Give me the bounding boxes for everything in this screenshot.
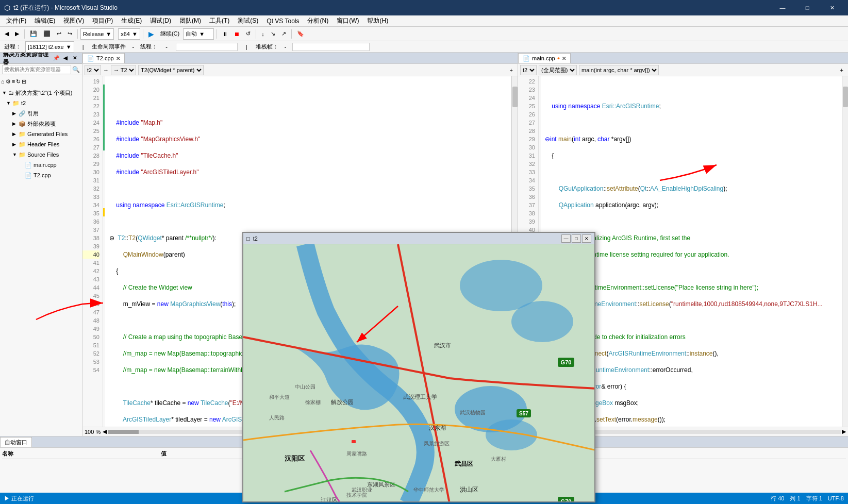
maximize-button[interactable]: □ bbox=[795, 0, 819, 15]
expand-editor-btn[interactable]: + bbox=[507, 64, 516, 76]
tab-main-cpp[interactable]: 📄 main.cpp ● ✕ bbox=[518, 53, 571, 63]
tree-main-cpp[interactable]: 📄 main.cpp bbox=[0, 160, 82, 170]
svg-text:华中师范大学: 华中师范大学 bbox=[413, 487, 444, 493]
toolbar-forward[interactable]: ▶ bbox=[12, 28, 22, 40]
tree-generated-files[interactable]: ▶ 📁 Generated Files bbox=[0, 129, 82, 139]
close-button[interactable]: ✕ bbox=[820, 0, 844, 15]
menu-debug[interactable]: 调试(D) bbox=[146, 15, 175, 26]
tree-toolbar-icon1[interactable]: ⌂ bbox=[1, 78, 5, 85]
map-minimize-btn[interactable]: — bbox=[561, 234, 571, 243]
toolbar-redo[interactable]: ↪ bbox=[65, 28, 75, 40]
tree-t2-cpp[interactable]: 📄 T2.cpp bbox=[0, 170, 82, 180]
tree-external-deps[interactable]: ▶ 📦 外部依赖项 bbox=[0, 119, 82, 129]
solution-search-input[interactable] bbox=[2, 65, 71, 74]
toolbar-save-all[interactable]: ⬛ bbox=[41, 28, 53, 40]
expand-icon: ▶ bbox=[12, 142, 19, 147]
menu-qt[interactable]: Qt VS Tools bbox=[262, 16, 303, 26]
tree-references[interactable]: ▶ 🔗 引用 bbox=[0, 108, 82, 119]
svg-text:汉东湖: 汉东湖 bbox=[429, 425, 446, 431]
right-editor-tabs: 📄 main.cpp ● ✕ bbox=[518, 53, 848, 64]
menu-file[interactable]: 文件(F) bbox=[2, 15, 30, 26]
map-title: t2 bbox=[253, 236, 561, 242]
menu-build[interactable]: 生成(E) bbox=[117, 15, 146, 26]
platform-dropdown[interactable]: x64 ▼ bbox=[118, 28, 140, 40]
tab-t2-cpp[interactable]: 📄 T2.cpp ✕ bbox=[82, 53, 125, 63]
toolbar-bookmark[interactable]: 🔖 bbox=[294, 28, 307, 40]
tree-toolbar-icon5[interactable]: ⊟ bbox=[22, 78, 26, 85]
green-indicator bbox=[103, 85, 105, 150]
toolbar-pause[interactable]: ⏸ bbox=[220, 28, 230, 40]
file-selector[interactable]: t2 bbox=[85, 65, 101, 75]
tab-t2-cpp-icon: 📄 bbox=[87, 55, 94, 62]
menu-view[interactable]: 视图(V) bbox=[59, 15, 88, 26]
menu-help[interactable]: 帮助(H) bbox=[363, 15, 392, 26]
tree-header-files[interactable]: ▶ 📁 Header Files bbox=[0, 139, 82, 149]
solution-search-box: 🔍 bbox=[0, 64, 82, 75]
close-t2-tab[interactable]: ✕ bbox=[116, 56, 120, 61]
menu-test[interactable]: 测试(S) bbox=[234, 15, 262, 26]
menu-window[interactable]: 窗口(W) bbox=[332, 15, 363, 26]
svg-text:武汉理工大学: 武汉理工大学 bbox=[403, 394, 437, 400]
map-maximize-btn[interactable]: □ bbox=[572, 234, 581, 243]
expand-right-btn[interactable]: + bbox=[838, 64, 846, 76]
right-scroll-thumb[interactable] bbox=[843, 87, 848, 107]
tree-source-files[interactable]: ▼ 📁 Source Files bbox=[0, 149, 82, 160]
toolbar-restart[interactable]: ↺ bbox=[243, 28, 253, 40]
toolbar-step-over[interactable]: ↓ bbox=[259, 28, 267, 40]
svg-text:洪山区: 洪山区 bbox=[460, 486, 478, 493]
process-dropdown[interactable]: [18112] t2.exe ▼ bbox=[25, 41, 74, 53]
tab-auto-window[interactable]: 自动窗口 bbox=[0, 437, 32, 447]
right-scroll-right[interactable]: ▶ bbox=[842, 428, 846, 435]
config-dropdown[interactable]: Release ▼ bbox=[80, 28, 114, 40]
right-method-selector[interactable]: main(int argc, char * argv[]) bbox=[579, 65, 659, 75]
tree-project[interactable]: ▼ 📁 t2 bbox=[0, 98, 82, 108]
close-main-tab[interactable]: ✕ bbox=[562, 56, 566, 61]
right-vscrollbar[interactable] bbox=[842, 76, 848, 427]
svg-text:G70: G70 bbox=[561, 359, 572, 365]
tree-solution[interactable]: ▼ 🗂 解决方案"t2"(1 个项目) bbox=[0, 88, 82, 98]
minimize-button[interactable]: — bbox=[771, 0, 794, 15]
left-hscroll-thumb[interactable] bbox=[108, 430, 139, 434]
modified-indicator: ● bbox=[557, 56, 560, 61]
toolbar-stop[interactable]: ⏹ bbox=[231, 28, 242, 40]
tab-main-label: main.cpp bbox=[532, 55, 555, 61]
tree-toolbar-icon2[interactable]: ⚙ bbox=[6, 78, 11, 85]
menu-tools[interactable]: 工具(T) bbox=[205, 15, 234, 26]
toolbar-start[interactable]: ▶ bbox=[146, 28, 157, 40]
continue-btn[interactable]: 继续(C) bbox=[158, 28, 182, 40]
class-selector[interactable]: → T2 bbox=[111, 65, 136, 75]
tree-toolbar-icon4[interactable]: ↻ bbox=[16, 78, 21, 85]
toolbar-save[interactable]: 💾 bbox=[27, 28, 40, 40]
solution-explorer-header: 解决方案资源管理器 📌 ◀ ✕ bbox=[0, 53, 82, 64]
menu-edit[interactable]: 编辑(E) bbox=[30, 15, 59, 26]
app-icon: ⬡ bbox=[4, 4, 10, 12]
mode-dropdown[interactable]: 自动 ▼ bbox=[183, 28, 214, 40]
toolbar: ◀ ▶ 💾 ⬛ ↩ ↪ Release ▼ x64 ▼ ▶ 继续(C) 自动 ▼… bbox=[0, 27, 848, 41]
left-scroll-thumb[interactable] bbox=[512, 87, 518, 107]
menu-team[interactable]: 团队(M) bbox=[175, 15, 205, 26]
scroll-left[interactable]: ◀ bbox=[103, 428, 107, 435]
svg-text:汉阳区: 汉阳区 bbox=[285, 455, 305, 462]
map-close-btn[interactable]: ✕ bbox=[582, 234, 591, 243]
solution-icon: 🗂 bbox=[8, 90, 14, 96]
svg-text:武昌区: 武昌区 bbox=[455, 460, 473, 467]
toolbar-sep4 bbox=[217, 29, 217, 39]
toolbar-step-into[interactable]: ↘ bbox=[268, 28, 278, 40]
panel-arrow-btn[interactable]: ◀ bbox=[61, 54, 70, 62]
tree-toolbar-icon3[interactable]: ≡ bbox=[12, 78, 15, 85]
svg-text:武汉植物园: 武汉植物园 bbox=[460, 410, 486, 415]
toolbar-sep5 bbox=[256, 29, 256, 39]
toolbar-step-out[interactable]: ↗ bbox=[279, 28, 289, 40]
menu-project[interactable]: 项目(P) bbox=[88, 15, 117, 26]
generated-label: Generated Files bbox=[27, 131, 68, 137]
panel-pin-btn[interactable]: 📌 bbox=[52, 54, 60, 62]
panel-close-btn[interactable]: ✕ bbox=[71, 54, 79, 62]
right-file-selector[interactable]: t2 bbox=[520, 65, 537, 75]
toolbar-undo[interactable]: ↩ bbox=[54, 28, 64, 40]
right-class-selector[interactable]: (全局范围) bbox=[539, 65, 577, 75]
svg-text:S57: S57 bbox=[519, 411, 528, 416]
menu-analyze[interactable]: 分析(N) bbox=[303, 15, 332, 26]
toolbar-back[interactable]: ◀ bbox=[2, 28, 11, 40]
method-selector[interactable]: T2(QWidget * parent) bbox=[138, 65, 204, 75]
map-window-controls: — □ ✕ bbox=[561, 234, 591, 243]
